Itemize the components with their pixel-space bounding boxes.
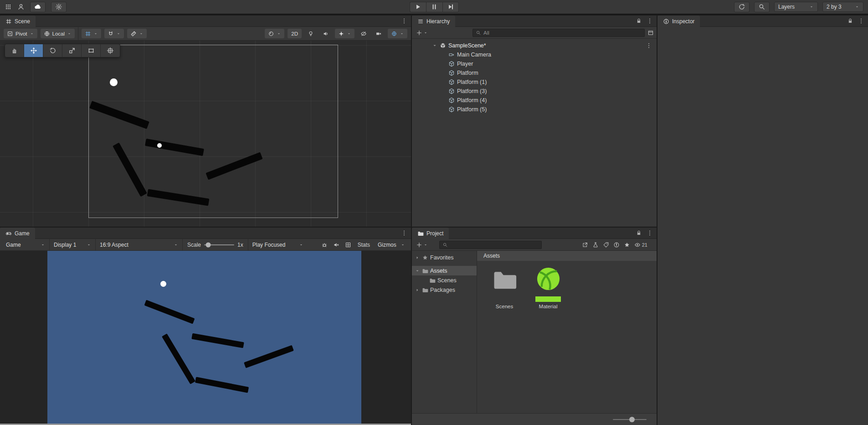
account-icon[interactable] bbox=[17, 3, 25, 10]
hierarchy-item-platform-1[interactable]: Platform (1) bbox=[412, 78, 657, 87]
scene-panel-menu-icon[interactable] bbox=[401, 18, 407, 24]
transform-tool-button[interactable] bbox=[101, 44, 120, 57]
lock-icon[interactable] bbox=[636, 230, 642, 236]
tab-project[interactable]: Project bbox=[412, 228, 449, 239]
rotate-tool-button[interactable] bbox=[43, 44, 62, 57]
add-asset-button[interactable] bbox=[415, 241, 429, 249]
project-tree-packages[interactable]: Packages bbox=[412, 285, 477, 295]
assets-grid: Scenes Material bbox=[477, 261, 657, 413]
hierarchy-item-label: Player bbox=[457, 61, 473, 67]
hand-tool-button[interactable] bbox=[5, 44, 24, 57]
display-dropdown[interactable]: Display 1 bbox=[50, 240, 95, 249]
pivot-dropdown[interactable]: Pivot bbox=[4, 29, 37, 38]
favorites-star-icon[interactable] bbox=[624, 242, 630, 248]
zoom-slider-knob[interactable] bbox=[629, 417, 635, 422]
game-panel-menu-icon[interactable] bbox=[401, 230, 407, 236]
project-tree-assets[interactable]: Assets bbox=[412, 266, 477, 275]
hierarchy-tab-icon bbox=[417, 18, 424, 25]
pivot-handle[interactable] bbox=[157, 143, 162, 148]
hierarchy-item-platform[interactable]: Platform bbox=[412, 68, 657, 78]
project-search-input[interactable] bbox=[439, 241, 542, 249]
lock-icon[interactable] bbox=[636, 18, 642, 24]
search-button[interactable] bbox=[754, 2, 770, 12]
foldout-arrow-icon[interactable] bbox=[415, 255, 420, 260]
snap-increment-dropdown[interactable] bbox=[127, 29, 147, 38]
tab-game[interactable]: Game bbox=[0, 228, 35, 239]
vsync-grid-button[interactable] bbox=[342, 240, 354, 249]
scale-slider-knob[interactable] bbox=[206, 242, 211, 247]
chevron-down-icon bbox=[401, 243, 405, 247]
settings-button[interactable] bbox=[51, 2, 67, 12]
2d-toggle-button[interactable]: 2D bbox=[288, 29, 302, 38]
assets-breadcrumb[interactable]: Assets bbox=[477, 251, 657, 261]
grid-snapping-dropdown[interactable] bbox=[82, 29, 101, 38]
scene-viewport[interactable] bbox=[0, 41, 411, 227]
step-icon bbox=[447, 3, 454, 10]
cloud-button[interactable] bbox=[30, 2, 46, 12]
hierarchy-scene-row[interactable]: SampleScene* bbox=[412, 41, 657, 50]
hierarchy-search-input[interactable]: All bbox=[473, 29, 645, 37]
step-button[interactable] bbox=[442, 2, 459, 12]
asset-material[interactable]: Material bbox=[528, 266, 568, 309]
stats-button[interactable]: Stats bbox=[354, 240, 374, 249]
game-screen[interactable] bbox=[47, 251, 361, 424]
scene-lighting-toggle[interactable] bbox=[305, 29, 317, 38]
scene-asset-icon bbox=[440, 42, 446, 49]
add-object-button[interactable] bbox=[415, 29, 429, 37]
hierarchy-panel-menu-icon[interactable] bbox=[647, 18, 653, 24]
snap-settings-dropdown[interactable] bbox=[104, 29, 124, 38]
foldout-arrow-icon[interactable] bbox=[415, 287, 420, 293]
rect-tool-button[interactable] bbox=[82, 44, 101, 57]
scene-visibility-toggle[interactable] bbox=[358, 29, 370, 38]
hierarchy-item-main-camera[interactable]: Main Camera bbox=[412, 50, 657, 59]
scene-audio-toggle[interactable] bbox=[320, 29, 332, 38]
scale-tool-button[interactable] bbox=[62, 44, 82, 57]
scene-options-icon[interactable] bbox=[646, 42, 652, 49]
project-tree-scenes[interactable]: Scenes bbox=[412, 275, 477, 285]
move-tool-button[interactable] bbox=[24, 44, 43, 57]
asset-scenes[interactable]: Scenes bbox=[484, 266, 524, 309]
tab-inspector[interactable]: Inspector bbox=[657, 16, 700, 27]
game-view-popup[interactable]: Game bbox=[2, 240, 49, 249]
open-search-window-icon[interactable] bbox=[647, 30, 654, 36]
pause-button[interactable] bbox=[426, 2, 442, 12]
hidden-count-toggle[interactable]: 21 bbox=[634, 242, 647, 248]
project-panel-menu-icon[interactable] bbox=[647, 230, 653, 236]
tab-scene[interactable]: Scene bbox=[0, 16, 36, 27]
label-tag-icon[interactable] bbox=[603, 242, 609, 248]
gizmos-menu-dropdown[interactable]: Gizmos bbox=[374, 240, 409, 249]
lock-icon[interactable] bbox=[847, 18, 853, 24]
scene-camera-dropdown[interactable] bbox=[265, 29, 284, 38]
open-in-search-icon[interactable] bbox=[582, 242, 588, 248]
gizmos-dropdown[interactable] bbox=[388, 29, 407, 38]
focus-mode-dropdown[interactable]: Play Focused bbox=[248, 240, 308, 249]
foldout-arrow-icon[interactable] bbox=[415, 268, 420, 274]
project-tree-label: Scenes bbox=[437, 277, 457, 284]
project-tree-favorites[interactable]: Favorites bbox=[412, 253, 477, 262]
foldout-arrow-icon[interactable] bbox=[432, 43, 437, 48]
thumbnail-zoom-slider[interactable] bbox=[613, 419, 647, 420]
hierarchy-item-player[interactable]: Player bbox=[412, 59, 657, 68]
debug-button[interactable] bbox=[318, 240, 330, 249]
scale-slider[interactable] bbox=[204, 244, 234, 245]
handle-rotation-dropdown[interactable]: Local bbox=[41, 29, 75, 38]
hierarchy-item-platform-5[interactable]: Platform (5) bbox=[412, 105, 657, 114]
play-button[interactable] bbox=[410, 2, 426, 12]
inspector-panel-menu-icon[interactable] bbox=[858, 18, 864, 24]
asset-store-icon[interactable] bbox=[592, 242, 599, 248]
hierarchy-item-platform-3[interactable]: Platform (3) bbox=[412, 87, 657, 96]
player-ball[interactable] bbox=[110, 78, 118, 86]
aspect-ratio-dropdown[interactable]: 16:9 Aspect bbox=[96, 240, 182, 249]
mute-audio-button[interactable] bbox=[330, 240, 342, 249]
warning-icon[interactable] bbox=[613, 242, 620, 248]
tab-hierarchy[interactable]: Hierarchy bbox=[412, 16, 455, 27]
grid-menu-icon[interactable] bbox=[5, 3, 12, 10]
layout-dropdown[interactable]: 2 by 3 bbox=[822, 2, 863, 12]
undo-history-button[interactable] bbox=[734, 2, 750, 12]
search-icon bbox=[758, 3, 765, 10]
scene-effects-dropdown[interactable] bbox=[335, 29, 354, 38]
search-icon bbox=[442, 242, 448, 248]
hierarchy-item-platform-4[interactable]: Platform (4) bbox=[412, 96, 657, 105]
layers-dropdown[interactable]: Layers bbox=[774, 2, 818, 12]
scene-camera-settings-button[interactable] bbox=[373, 29, 385, 38]
